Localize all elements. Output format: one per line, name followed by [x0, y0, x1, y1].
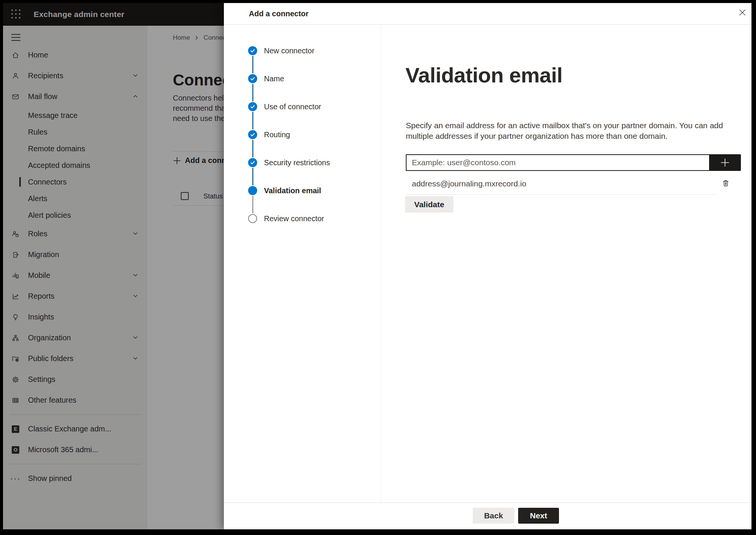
- step-connector: [252, 140, 253, 157]
- panel-content: Validation email Specify an email addres…: [382, 25, 751, 502]
- step-complete-icon: [248, 130, 257, 139]
- add-email-button[interactable]: [709, 154, 741, 171]
- email-entry-row: [406, 154, 741, 171]
- step-connector: [252, 56, 253, 73]
- delete-address-button[interactable]: [720, 178, 731, 189]
- step-connector: [252, 196, 253, 213]
- back-button[interactable]: Back: [473, 508, 514, 524]
- step-complete-icon: [248, 102, 257, 111]
- app-window: Exchange admin center Home Recipients Ma…: [3, 3, 751, 529]
- step-connector: [252, 168, 253, 185]
- step-complete-icon: [248, 74, 257, 83]
- add-connector-panel: Add a connector New connector Name: [224, 3, 751, 529]
- panel-title: Add a connector: [249, 9, 309, 18]
- step-complete-icon: [248, 46, 257, 55]
- panel-footer: Back Next: [224, 502, 751, 529]
- step-heading: Validation email: [405, 63, 562, 87]
- next-button[interactable]: Next: [518, 508, 559, 524]
- address-list-item: address@journaling.mxrecord.io: [406, 175, 741, 192]
- wizard-steps: New connector Name Use of connector Rout…: [224, 25, 381, 502]
- screen-frame: Exchange admin center Home Recipients Ma…: [0, 0, 756, 535]
- step-description: Specify an email address for an active m…: [406, 120, 723, 141]
- divider: [406, 194, 717, 195]
- step-connector: [252, 112, 253, 129]
- validate-button[interactable]: Validate: [405, 196, 453, 212]
- step-connector: [252, 84, 253, 101]
- plus-icon: [720, 158, 730, 167]
- step-current-icon: [248, 186, 257, 195]
- email-input[interactable]: [406, 154, 709, 171]
- close-icon[interactable]: [739, 9, 746, 16]
- step-upcoming-icon: [248, 214, 257, 223]
- address-text: address@journaling.mxrecord.io: [412, 179, 526, 188]
- step-complete-icon: [248, 158, 257, 167]
- panel-header: Add a connector: [224, 3, 751, 25]
